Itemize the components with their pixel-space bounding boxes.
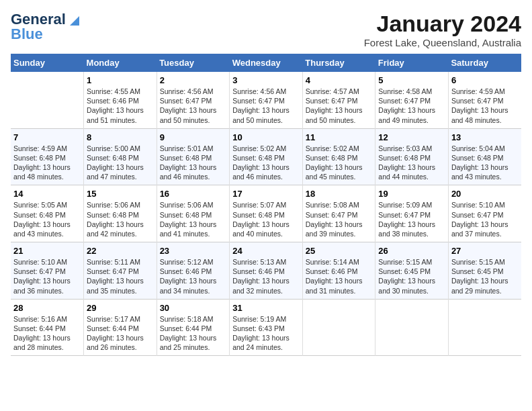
- day-info: Sunrise: 5:06 AM Sunset: 6:48 PM Dayligh…: [160, 200, 227, 238]
- calendar-cell: 4Sunrise: 4:57 AM Sunset: 6:47 PM Daylig…: [302, 72, 375, 128]
- calendar-cell: 15Sunrise: 5:06 AM Sunset: 6:48 PM Dayli…: [84, 185, 157, 242]
- day-info: Sunrise: 4:58 AM Sunset: 6:47 PM Dayligh…: [378, 87, 445, 125]
- day-info: Sunrise: 5:02 AM Sunset: 6:48 PM Dayligh…: [306, 144, 373, 182]
- day-number: 28: [13, 303, 81, 313]
- day-number: 9: [160, 132, 227, 142]
- day-info: Sunrise: 5:17 AM Sunset: 6:44 PM Dayligh…: [87, 314, 154, 353]
- day-info: Sunrise: 5:19 AM Sunset: 6:43 PM Dayligh…: [232, 314, 300, 353]
- day-info: Sunrise: 5:10 AM Sunset: 6:47 PM Dayligh…: [451, 200, 519, 238]
- calendar-cell: 19Sunrise: 5:09 AM Sunset: 6:47 PM Dayli…: [375, 185, 449, 242]
- calendar-cell: 24Sunrise: 5:13 AM Sunset: 6:46 PM Dayli…: [230, 242, 303, 300]
- page-header: General Blue January 2024 Forest Lake, Q…: [11, 11, 521, 48]
- page-title: January 2024: [364, 11, 521, 37]
- calendar-cell: [302, 299, 375, 356]
- col-header-tuesday: Tuesday: [157, 54, 230, 72]
- day-number: 23: [160, 246, 227, 256]
- day-number: 2: [160, 75, 227, 85]
- calendar-header-row: SundayMondayTuesdayWednesdayThursdayFrid…: [11, 54, 521, 72]
- day-info: Sunrise: 4:59 AM Sunset: 6:48 PM Dayligh…: [13, 144, 81, 182]
- logo: General Blue: [11, 11, 79, 43]
- calendar-cell: 14Sunrise: 5:05 AM Sunset: 6:48 PM Dayli…: [11, 185, 84, 242]
- day-info: Sunrise: 5:08 AM Sunset: 6:47 PM Dayligh…: [306, 200, 373, 238]
- calendar-table: SundayMondayTuesdayWednesdayThursdayFrid…: [11, 54, 521, 356]
- calendar-cell: 23Sunrise: 5:12 AM Sunset: 6:46 PM Dayli…: [157, 242, 230, 300]
- day-number: 30: [160, 303, 227, 313]
- day-info: Sunrise: 4:59 AM Sunset: 6:47 PM Dayligh…: [451, 87, 519, 125]
- day-number: 7: [13, 132, 81, 142]
- day-number: 6: [451, 75, 519, 85]
- day-number: 11: [306, 132, 373, 142]
- calendar-cell: 27Sunrise: 5:15 AM Sunset: 6:45 PM Dayli…: [448, 242, 521, 300]
- day-number: 25: [306, 246, 373, 256]
- title-area: January 2024 Forest Lake, Queensland, Au…: [364, 11, 521, 48]
- calendar-cell: 1Sunrise: 4:55 AM Sunset: 6:46 PM Daylig…: [84, 72, 157, 128]
- calendar-week-row: 14Sunrise: 5:05 AM Sunset: 6:48 PM Dayli…: [11, 185, 521, 242]
- calendar-cell: 25Sunrise: 5:14 AM Sunset: 6:46 PM Dayli…: [302, 242, 375, 300]
- day-info: Sunrise: 4:57 AM Sunset: 6:47 PM Dayligh…: [306, 87, 373, 125]
- day-number: 4: [306, 75, 373, 85]
- day-info: Sunrise: 5:00 AM Sunset: 6:48 PM Dayligh…: [87, 144, 154, 182]
- day-info: Sunrise: 4:56 AM Sunset: 6:47 PM Dayligh…: [232, 87, 300, 125]
- day-number: 27: [451, 246, 519, 256]
- col-header-saturday: Saturday: [448, 54, 521, 72]
- col-header-friday: Friday: [375, 54, 449, 72]
- calendar-cell: 31Sunrise: 5:19 AM Sunset: 6:43 PM Dayli…: [230, 299, 303, 356]
- calendar-cell: 21Sunrise: 5:10 AM Sunset: 6:47 PM Dayli…: [11, 242, 84, 300]
- col-header-wednesday: Wednesday: [230, 54, 303, 72]
- day-number: 8: [87, 132, 154, 142]
- day-info: Sunrise: 5:06 AM Sunset: 6:48 PM Dayligh…: [87, 200, 154, 238]
- page-subtitle: Forest Lake, Queensland, Australia: [364, 37, 521, 48]
- logo-text-blue: Blue: [11, 26, 43, 43]
- calendar-cell: 29Sunrise: 5:17 AM Sunset: 6:44 PM Dayli…: [84, 299, 157, 356]
- col-header-monday: Monday: [84, 54, 157, 72]
- day-number: 29: [87, 303, 154, 313]
- day-number: 13: [451, 132, 519, 142]
- calendar-cell: 7Sunrise: 4:59 AM Sunset: 6:48 PM Daylig…: [11, 128, 84, 185]
- day-number: 24: [232, 246, 300, 256]
- calendar-cell: [448, 299, 521, 356]
- calendar-cell: 6Sunrise: 4:59 AM Sunset: 6:47 PM Daylig…: [448, 72, 521, 128]
- calendar-cell: 28Sunrise: 5:16 AM Sunset: 6:44 PM Dayli…: [11, 299, 84, 356]
- day-number: 20: [451, 189, 519, 199]
- day-number: 10: [232, 132, 300, 142]
- calendar-cell: 5Sunrise: 4:58 AM Sunset: 6:47 PM Daylig…: [375, 72, 449, 128]
- calendar-body: 1Sunrise: 4:55 AM Sunset: 6:46 PM Daylig…: [11, 72, 521, 356]
- day-info: Sunrise: 5:03 AM Sunset: 6:48 PM Dayligh…: [378, 144, 445, 182]
- svg-marker-0: [70, 16, 79, 26]
- calendar-cell: 11Sunrise: 5:02 AM Sunset: 6:48 PM Dayli…: [302, 128, 375, 185]
- day-number: 18: [306, 189, 373, 199]
- day-number: 12: [378, 132, 445, 142]
- day-info: Sunrise: 5:02 AM Sunset: 6:48 PM Dayligh…: [232, 144, 300, 182]
- day-number: 14: [13, 189, 81, 199]
- day-info: Sunrise: 5:05 AM Sunset: 6:48 PM Dayligh…: [13, 200, 81, 238]
- calendar-cell: 17Sunrise: 5:07 AM Sunset: 6:48 PM Dayli…: [230, 185, 303, 242]
- day-info: Sunrise: 5:14 AM Sunset: 6:46 PM Dayligh…: [306, 257, 373, 295]
- day-info: Sunrise: 5:07 AM Sunset: 6:48 PM Dayligh…: [232, 200, 300, 238]
- calendar-cell: 22Sunrise: 5:11 AM Sunset: 6:47 PM Dayli…: [84, 242, 157, 300]
- day-info: Sunrise: 5:01 AM Sunset: 6:48 PM Dayligh…: [160, 144, 227, 182]
- calendar-cell: 20Sunrise: 5:10 AM Sunset: 6:47 PM Dayli…: [448, 185, 521, 242]
- calendar-week-row: 28Sunrise: 5:16 AM Sunset: 6:44 PM Dayli…: [11, 299, 521, 356]
- calendar-cell: 10Sunrise: 5:02 AM Sunset: 6:48 PM Dayli…: [230, 128, 303, 185]
- day-number: 19: [378, 189, 445, 199]
- day-number: 1: [87, 75, 154, 85]
- calendar-cell: 30Sunrise: 5:18 AM Sunset: 6:44 PM Dayli…: [157, 299, 230, 356]
- day-number: 15: [87, 189, 154, 199]
- calendar-cell: 8Sunrise: 5:00 AM Sunset: 6:48 PM Daylig…: [84, 128, 157, 185]
- day-info: Sunrise: 5:10 AM Sunset: 6:47 PM Dayligh…: [13, 257, 81, 295]
- day-info: Sunrise: 5:16 AM Sunset: 6:44 PM Dayligh…: [13, 314, 81, 353]
- calendar-week-row: 7Sunrise: 4:59 AM Sunset: 6:48 PM Daylig…: [11, 128, 521, 185]
- day-number: 16: [160, 189, 227, 199]
- calendar-cell: [11, 72, 84, 128]
- calendar-cell: [375, 299, 449, 356]
- day-info: Sunrise: 5:09 AM Sunset: 6:47 PM Dayligh…: [378, 200, 445, 238]
- day-info: Sunrise: 5:15 AM Sunset: 6:45 PM Dayligh…: [451, 257, 519, 295]
- logo-arrow-icon: [67, 13, 79, 26]
- calendar-cell: 12Sunrise: 5:03 AM Sunset: 6:48 PM Dayli…: [375, 128, 449, 185]
- calendar-cell: 3Sunrise: 4:56 AM Sunset: 6:47 PM Daylig…: [230, 72, 303, 128]
- day-info: Sunrise: 4:55 AM Sunset: 6:46 PM Dayligh…: [87, 87, 154, 125]
- calendar-cell: 9Sunrise: 5:01 AM Sunset: 6:48 PM Daylig…: [157, 128, 230, 185]
- day-number: 26: [378, 246, 445, 256]
- day-info: Sunrise: 5:11 AM Sunset: 6:47 PM Dayligh…: [87, 257, 154, 295]
- day-info: Sunrise: 5:12 AM Sunset: 6:46 PM Dayligh…: [160, 257, 227, 295]
